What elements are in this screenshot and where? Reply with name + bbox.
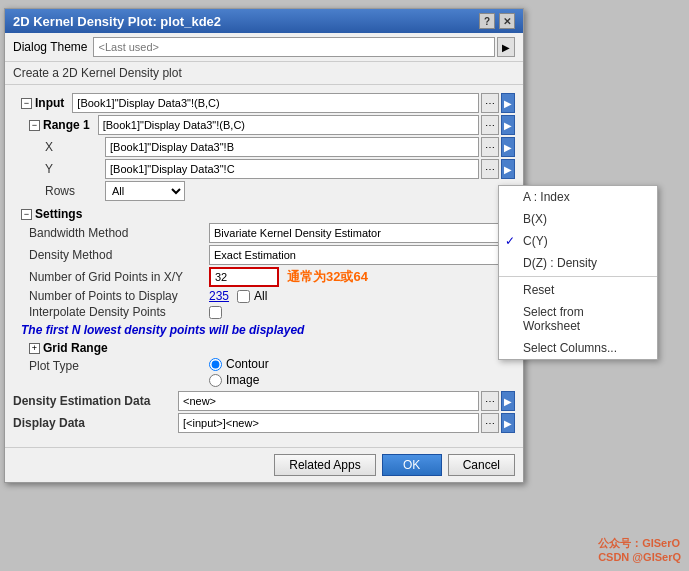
menu-item-reset-label: Reset [523, 283, 554, 297]
settings-section-header: − Settings [13, 207, 515, 221]
input-browse-btn[interactable]: ⋯ [481, 93, 499, 113]
menu-item-select-columns[interactable]: Select Columns... [499, 337, 657, 359]
density-data-row: Density Estimation Data <new> ⋯ ▶ [13, 391, 515, 411]
input-section-header: − Input [Book1]"Display Data3"!(B,C) ⋯ ▶ [13, 93, 515, 113]
ok-button[interactable]: OK [382, 454, 442, 476]
dialog-title: 2D Kernel Density Plot: plot_kde2 [13, 14, 221, 29]
related-apps-button[interactable]: Related Apps [274, 454, 375, 476]
points-display-label: Number of Points to Display [29, 289, 209, 303]
menu-item-bx-label: B(X) [523, 212, 547, 226]
grid-points-input[interactable] [209, 267, 279, 287]
all-checkbox-container: All [237, 289, 267, 303]
plot-contour-text: Contour [226, 357, 269, 371]
all-checkbox[interactable] [237, 290, 250, 303]
info-text: The first N lowest density points will b… [13, 323, 515, 337]
density-data-browse-btn[interactable]: ⋯ [481, 391, 499, 411]
rows-select[interactable]: All [105, 181, 185, 201]
plot-contour-radio[interactable] [209, 358, 222, 371]
points-display-value: 235 [209, 289, 229, 303]
menu-item-bx[interactable]: B(X) [499, 208, 657, 230]
watermark-line2: CSDN @GISerQ [598, 551, 681, 563]
range1-arrow-btn[interactable]: ▶ [501, 115, 515, 135]
plot-type-row: Plot Type Contour Image [13, 357, 515, 387]
menu-item-select-worksheet[interactable]: Select from Worksheet [499, 301, 657, 337]
close-button[interactable]: ✕ [499, 13, 515, 29]
x-arrow-btn[interactable]: ▶ [501, 137, 515, 157]
display-data-row: Display Data [<input>]<new> ⋯ ▶ [13, 413, 515, 433]
y-row: Y [Book1]"Display Data3"!C ⋯ ▶ [13, 159, 515, 179]
plot-image-text: Image [226, 373, 259, 387]
x-row: X [Book1]"Display Data3"!B ⋯ ▶ [13, 137, 515, 157]
theme-row: Dialog Theme ▶ [5, 33, 523, 62]
display-data-browse-btn[interactable]: ⋯ [481, 413, 499, 433]
input-field-value: [Book1]"Display Data3"!(B,C) [77, 97, 219, 109]
input-arrow-btn[interactable]: ▶ [501, 93, 515, 113]
range1-header: − Range 1 [Book1]"Display Data3"!(B,C) ⋯… [13, 115, 515, 135]
input-toggle[interactable]: − [21, 98, 32, 109]
grid-range-label: Grid Range [43, 341, 108, 355]
menu-item-reset[interactable]: Reset [499, 279, 657, 301]
density-data-label: Density Estimation Data [13, 394, 178, 408]
menu-item-dz[interactable]: D(Z) : Density [499, 252, 657, 274]
theme-arrow[interactable]: ▶ [497, 37, 515, 57]
plot-image-radio[interactable] [209, 374, 222, 387]
y-value: [Book1]"Display Data3"!C [110, 163, 235, 175]
grid-points-label: Number of Grid Points in X/Y [29, 270, 209, 284]
rows-label: Rows [45, 184, 105, 198]
range1-toggle[interactable]: − [29, 120, 40, 131]
all-checkbox-label: All [254, 289, 267, 303]
main-dialog: 2D Kernel Density Plot: plot_kde2 ? ✕ Di… [4, 8, 524, 483]
theme-select[interactable] [93, 37, 495, 57]
points-display-row: Number of Points to Display 235 All [13, 289, 515, 303]
grid-points-row: Number of Grid Points in X/Y 通常为32或64 [13, 267, 515, 287]
plot-contour-label: Contour [209, 357, 269, 371]
display-data-label: Display Data [13, 416, 178, 430]
menu-separator [499, 276, 657, 277]
bandwidth-label: Bandwidth Method [29, 226, 209, 240]
input-label: Input [35, 96, 64, 110]
range1-value: [Book1]"Display Data3"!(B,C) [103, 119, 245, 131]
dialog-body: − Input [Book1]"Display Data3"!(B,C) ⋯ ▶… [5, 85, 523, 441]
watermark-line1: 公众号：GISerO [598, 536, 681, 551]
settings-toggle[interactable]: − [21, 209, 32, 220]
density-method-select[interactable]: Exact Estimation [209, 245, 515, 265]
y-arrow-btn[interactable]: ▶ [501, 159, 515, 179]
menu-item-a-index[interactable]: A : Index [499, 186, 657, 208]
menu-item-select-columns-label: Select Columns... [523, 341, 617, 355]
dialog-subtitle: Create a 2D Kernel Density plot [5, 62, 523, 85]
x-value: [Book1]"Display Data3"!B [110, 141, 234, 153]
menu-item-a-index-label: A : Index [523, 190, 570, 204]
y-label: Y [45, 162, 105, 176]
plot-image-label: Image [209, 373, 269, 387]
menu-item-dz-label: D(Z) : Density [523, 256, 597, 270]
titlebar: 2D Kernel Density Plot: plot_kde2 ? ✕ [5, 9, 523, 33]
theme-label: Dialog Theme [13, 40, 87, 54]
density-method-label: Density Method [29, 248, 209, 262]
help-button[interactable]: ? [479, 13, 495, 29]
settings-label: Settings [35, 207, 82, 221]
cancel-button[interactable]: Cancel [448, 454, 515, 476]
plot-type-label: Plot Type [29, 357, 209, 373]
display-data-arrow-btn[interactable]: ▶ [501, 413, 515, 433]
x-browse-btn[interactable]: ⋯ [481, 137, 499, 157]
interpolate-label: Interpolate Density Points [29, 305, 209, 319]
range1-label: Range 1 [43, 118, 90, 132]
density-data-arrow-btn[interactable]: ▶ [501, 391, 515, 411]
grid-range-toggle[interactable]: + [29, 343, 40, 354]
menu-item-cy[interactable]: ✓ C(Y) [499, 230, 657, 252]
range1-browse-btn[interactable]: ⋯ [481, 115, 499, 135]
interpolate-checkbox[interactable] [209, 306, 222, 319]
density-method-row: Density Method Exact Estimation [13, 245, 515, 265]
grid-points-note: 通常为32或64 [287, 268, 368, 286]
x-label: X [45, 140, 105, 154]
bandwidth-row: Bandwidth Method Bivariate Kernel Densit… [13, 223, 515, 243]
titlebar-buttons: ? ✕ [479, 13, 515, 29]
density-data-value: <new> [183, 395, 216, 407]
bandwidth-select[interactable]: Bivariate Kernel Density Estimator [209, 223, 515, 243]
y-browse-btn[interactable]: ⋯ [481, 159, 499, 179]
grid-range-header: + Grid Range [13, 341, 515, 355]
display-data-value: [<input>]<new> [183, 417, 259, 429]
menu-item-cy-checkmark: ✓ [505, 234, 515, 248]
menu-item-cy-label: C(Y) [523, 234, 548, 248]
rows-row: Rows All [13, 181, 515, 201]
